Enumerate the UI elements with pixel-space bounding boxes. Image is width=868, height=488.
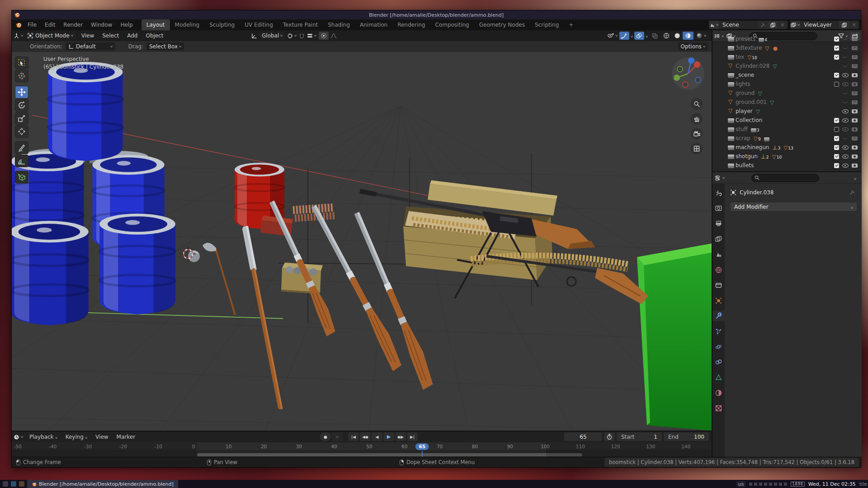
properties-search-input[interactable] xyxy=(751,174,819,182)
pin-id-icon[interactable] xyxy=(847,188,857,197)
tab-render-icon[interactable] xyxy=(712,203,725,214)
new-viewlayer-icon[interactable] xyxy=(839,21,849,29)
exclude-checkbox[interactable] xyxy=(834,55,839,60)
render-camera-icon[interactable] xyxy=(852,64,858,69)
render-camera-icon[interactable] xyxy=(852,82,858,87)
tab-tool-icon[interactable] xyxy=(712,188,725,198)
taskbar-blender-task[interactable]: Blender [/home/amalie/Desktop/blender/am… xyxy=(27,480,178,488)
sync-icon[interactable]: × xyxy=(332,432,343,441)
hide-eye-icon[interactable] xyxy=(842,117,849,123)
exclude-checkbox[interactable] xyxy=(834,37,839,42)
remove-viewlayer-icon[interactable]: × xyxy=(849,21,859,29)
hide-eye-icon[interactable] xyxy=(842,72,849,78)
render-camera-icon[interactable] xyxy=(852,55,858,60)
rendered-shading-icon[interactable] xyxy=(693,32,709,40)
editor-type-icon[interactable] xyxy=(14,32,24,40)
orientation-default-dropdown[interactable]: Default xyxy=(66,42,115,51)
wireframe-shading-icon[interactable] xyxy=(661,32,672,40)
outliner-row[interactable]: stuff 3 xyxy=(712,125,862,134)
new-scene-icon[interactable] xyxy=(768,21,778,29)
workspace-tab[interactable]: UV Editing xyxy=(240,19,278,30)
mode-dropdown[interactable]: Object Mode xyxy=(25,32,76,40)
viewport-menu-item[interactable]: Select xyxy=(98,31,123,41)
timeline-scrollbar[interactable] xyxy=(197,453,582,456)
outliner-row[interactable]: bullets xyxy=(712,161,862,170)
stopwatch-icon[interactable] xyxy=(604,432,615,441)
gizmo-toggle-icon[interactable] xyxy=(619,32,629,40)
add-modifier-button[interactable]: Add Modifier xyxy=(730,202,857,211)
hide-eye-icon[interactable] xyxy=(842,127,849,132)
viewlayer-browse-icon[interactable] xyxy=(790,21,800,29)
current-frame-field[interactable]: 65 xyxy=(564,432,602,441)
render-camera-icon[interactable] xyxy=(852,145,858,150)
exclude-checkbox[interactable] xyxy=(834,145,839,150)
exclude-checkbox[interactable] xyxy=(834,127,839,132)
tab-output-icon[interactable] xyxy=(712,218,725,229)
render-camera-icon[interactable] xyxy=(852,37,858,42)
properties-editor-type-icon[interactable] xyxy=(715,174,725,182)
system-tray-icons[interactable] xyxy=(749,483,787,486)
play-icon[interactable]: ▶ xyxy=(383,432,394,441)
viewport-menu-item[interactable]: Object xyxy=(142,31,167,41)
outliner-row[interactable]: _scene xyxy=(712,70,862,80)
tab-particles-icon[interactable] xyxy=(712,326,725,337)
options-button[interactable]: Options xyxy=(678,42,708,51)
properties-options-chevron[interactable] xyxy=(853,175,856,181)
render-camera-icon[interactable] xyxy=(852,46,858,51)
timeline-menu-item[interactable]: Marker xyxy=(113,432,139,442)
app-menu-item[interactable]: Render xyxy=(59,20,87,30)
render-camera-icon[interactable] xyxy=(852,118,858,123)
outliner-row[interactable]: shotgun 2 10 xyxy=(712,152,862,161)
exclude-checkbox[interactable] xyxy=(834,46,839,51)
exclude-checkbox[interactable] xyxy=(834,163,839,168)
keyboard-layout[interactable]: us xyxy=(736,481,746,487)
launcher-icon[interactable] xyxy=(19,481,24,487)
hide-eye-icon[interactable] xyxy=(842,45,849,51)
hide-eye-icon[interactable] xyxy=(842,54,849,60)
timeline-editor-type-icon[interactable] xyxy=(14,433,24,441)
viewport-menu-item[interactable]: Add xyxy=(123,31,142,41)
tool-scale[interactable] xyxy=(15,112,28,125)
tool-transform[interactable] xyxy=(15,125,28,138)
end-frame-field[interactable]: End 100 xyxy=(664,432,709,441)
tab-physics-icon[interactable] xyxy=(712,341,725,352)
snap-with-icon[interactable] xyxy=(307,32,316,40)
render-camera-icon[interactable] xyxy=(852,73,858,78)
tool-annotate[interactable] xyxy=(15,141,28,154)
exclude-checkbox[interactable] xyxy=(834,82,839,87)
tool-cursor[interactable] xyxy=(15,70,28,82)
tab-object-icon[interactable] xyxy=(712,295,725,306)
outliner-row[interactable]: 3dtexture xyxy=(712,43,862,52)
orthographic-grid-icon[interactable] xyxy=(691,143,703,155)
proportional-edit-icon[interactable] xyxy=(319,32,329,40)
clock[interactable]: Wed, 11 Dec 02:35 xyxy=(808,481,856,487)
app-menu-item[interactable]: File xyxy=(24,20,41,30)
snap-magnet-icon[interactable] xyxy=(297,32,307,40)
workspace-tab[interactable]: Compositing xyxy=(430,19,474,30)
tab-modifiers-icon[interactable] xyxy=(712,310,725,321)
tab-material-icon[interactable] xyxy=(712,387,725,398)
tab-world-icon[interactable] xyxy=(712,264,725,275)
tool-select-box[interactable] xyxy=(15,56,28,69)
auto-key-record-icon[interactable]: ● xyxy=(320,432,331,441)
workspace-tab[interactable]: Texture Paint xyxy=(278,19,323,30)
tool-move[interactable] xyxy=(15,86,28,99)
hide-eye-icon[interactable] xyxy=(842,81,849,87)
workspace-tab[interactable]: Scripting xyxy=(530,19,564,30)
viewport-canvas[interactable] xyxy=(12,52,712,431)
outliner-row[interactable]: lights xyxy=(712,80,862,89)
drag-dropdown[interactable]: Select Box xyxy=(146,42,184,51)
workspace-tab[interactable]: Sculpting xyxy=(204,19,240,30)
timeline-ruler[interactable]: -50-40-30-20-100102030405060708090100110… xyxy=(12,442,712,451)
tab-collection-icon[interactable] xyxy=(712,280,725,291)
hide-eye-icon[interactable] xyxy=(842,154,849,159)
navigation-gizmo[interactable] xyxy=(671,56,705,91)
workspace-tab[interactable]: + xyxy=(564,19,578,30)
workspace-tab[interactable]: Layout xyxy=(142,19,170,30)
outliner-row[interactable]: machinegun 3 13 xyxy=(712,143,862,152)
viewport-menu-item[interactable]: View xyxy=(77,31,98,41)
workspace-tab[interactable]: Animation xyxy=(355,19,392,30)
start-frame-field[interactable]: Start 1 xyxy=(617,432,662,441)
hide-eye-icon[interactable] xyxy=(842,136,849,141)
solid-shading-icon[interactable] xyxy=(672,32,683,40)
